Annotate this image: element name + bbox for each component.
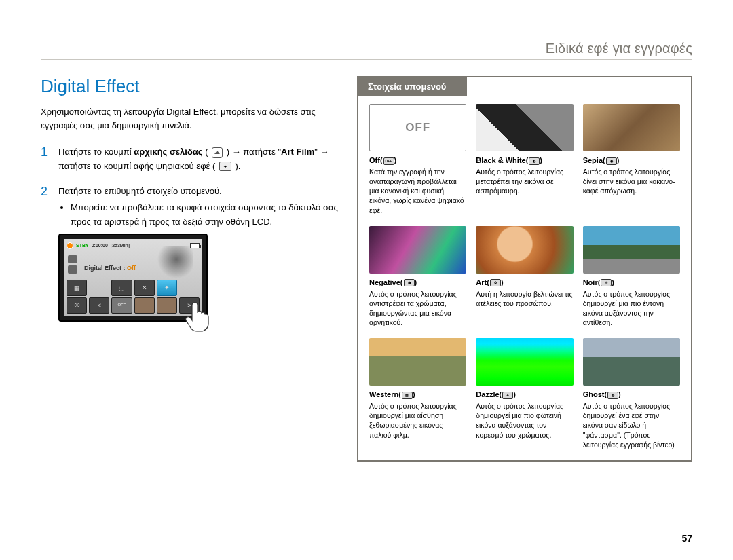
effect-dazzle-desc: Αυτός ο τρόπος λειτουργίας δημιουργεί μι… bbox=[476, 401, 573, 440]
effect-ghost: Ghost(◍) Αυτός ο τρόπος λειτουργίας δημι… bbox=[583, 338, 680, 449]
effect-dazzle: Dazzle(✦) Αυτός ο τρόπος λειτουργίας δημ… bbox=[476, 338, 573, 449]
effect-bw: Black & White(◐) Αυτός ο τρόπος λειτουργ… bbox=[476, 104, 573, 215]
effect-noir-title: Noir bbox=[583, 278, 598, 286]
effect-noir: Noir(◎) Αυτός ο τρόπος λειτουργίας δημιο… bbox=[583, 226, 680, 328]
lcd-stby: STBY bbox=[76, 242, 89, 249]
effect-art-title: Art bbox=[476, 278, 487, 286]
effect-sepia: Sepia(◉) Αυτός ο τρόπος λειτουργίας δίνε… bbox=[583, 104, 680, 215]
page-header-breadcrumb: Ειδικά εφέ για εγγραφές bbox=[41, 41, 692, 60]
effect-off: OFF Off(OFF) Κατά την εγγραφή ή την αναπ… bbox=[369, 104, 466, 215]
page-number: 57 bbox=[681, 533, 692, 544]
step1-text-g: ). bbox=[233, 161, 241, 171]
step2-text: Πατήστε το επιθυμητό στοιχείο υπομενού. bbox=[58, 186, 222, 196]
lcd-effect-thumb-2[interactable] bbox=[157, 297, 177, 314]
lcd-effect-label: Digital Effect : Off bbox=[84, 263, 136, 273]
step1-text-c: ( bbox=[203, 147, 211, 157]
effect-bw-icon: ◐ bbox=[529, 157, 540, 165]
effect-art-thumb bbox=[476, 226, 573, 274]
effect-dazzle-thumb bbox=[476, 338, 573, 386]
effect-bw-thumb bbox=[476, 104, 573, 151]
lcd-toolbar: ⦿ < OFF > bbox=[67, 297, 200, 314]
lcd-remain: [253Min] bbox=[111, 242, 130, 249]
step-2: 2 Πατήστε το επιθυμητό στοιχείο υπομενού… bbox=[41, 185, 339, 322]
effect-bw-title: Black & White bbox=[476, 156, 525, 164]
lcd-zoom-button[interactable]: ⦿ bbox=[67, 297, 87, 314]
lcd-effect-key: Digital Effect : bbox=[84, 265, 127, 272]
effect-ghost-thumb bbox=[583, 338, 680, 386]
section-title: Digital Effect bbox=[41, 76, 339, 97]
home-icon bbox=[212, 147, 223, 158]
digital-effect-touch-icon: ✦ bbox=[219, 162, 231, 171]
effect-negative: Negative(◑) Αυτός ο τρόπος λειτουργίας α… bbox=[369, 226, 466, 328]
effect-sepia-thumb bbox=[583, 104, 680, 151]
effect-noir-thumb bbox=[583, 226, 680, 274]
effect-dazzle-icon: ✦ bbox=[502, 392, 513, 399]
effect-negative-thumb bbox=[369, 226, 466, 274]
submenu-header: Στοιχεία υπομενού bbox=[358, 77, 467, 96]
lcd-fader-button[interactable]: ⬚ bbox=[111, 280, 132, 296]
effect-noir-desc: Αυτός ο τρόπος λειτουργίας δημιουργεί μι… bbox=[583, 289, 680, 328]
lcd-preview-image bbox=[152, 246, 193, 280]
effect-western: Western(▧) Αυτός ο τρόπος λειτουργίας δη… bbox=[369, 338, 466, 449]
lcd-effect-thumb-1[interactable] bbox=[134, 297, 155, 314]
lcd-artfilm-off-button[interactable]: ✕ bbox=[134, 280, 155, 296]
lcd-preview: STBY 0:00:00 [253Min] Digi bbox=[58, 234, 208, 322]
effect-dazzle-title: Dazzle bbox=[476, 390, 499, 398]
effect-negative-icon: ◑ bbox=[404, 279, 415, 286]
step-number-1: 1 bbox=[41, 145, 52, 174]
step1-text-a: Πατήστε το κουμπί bbox=[58, 147, 134, 157]
left-column: Digital Effect Χρησιμοποιώντας τη λειτου… bbox=[41, 76, 339, 462]
effect-western-title: Western bbox=[369, 390, 398, 398]
step2-bullet: Μπορείτε να προβάλετε τα κρυφά στοιχεία … bbox=[71, 201, 339, 229]
effect-bw-desc: Αυτός ο τρόπος λειτουργίας μετατρέπει τη… bbox=[476, 167, 573, 196]
effect-noir-icon: ◎ bbox=[601, 279, 612, 286]
effect-off-icon: OFF bbox=[383, 157, 394, 165]
step1-text-d: ) → πατήστε " bbox=[224, 147, 281, 157]
effect-western-thumb bbox=[369, 338, 466, 386]
lcd-prev-button[interactable]: < bbox=[89, 297, 109, 314]
effect-off-title: Off bbox=[369, 156, 380, 164]
effect-off-desc: Κατά την εγγραφή ή την αναπαραγωγή προβά… bbox=[369, 167, 466, 215]
effect-off-thumb: OFF bbox=[369, 104, 466, 151]
submenu-panel: Στοιχεία υπομενού OFF Off(OFF) Κατά την … bbox=[357, 76, 692, 462]
effect-art-icon: ✿ bbox=[490, 279, 501, 286]
lcd-menu-button[interactable]: ▦ bbox=[67, 280, 87, 296]
step1-bold-home: αρχικής σελίδας bbox=[134, 147, 202, 157]
lcd-digital-effect-button[interactable]: ✦ bbox=[157, 280, 177, 296]
step1-bold-artfilm: Art Film bbox=[281, 147, 314, 157]
lcd-side-icon-1 bbox=[68, 255, 77, 263]
lcd-side-icon-2 bbox=[68, 265, 77, 274]
touch-hand-icon bbox=[182, 299, 216, 333]
lcd-effect-value: Off bbox=[127, 265, 136, 272]
effect-sepia-desc: Αυτός ο τρόπος λειτουργίας δίνει στην ει… bbox=[583, 167, 680, 196]
section-intro: Χρησιμοποιώντας τη λειτουργία Digital Ef… bbox=[41, 105, 339, 132]
record-indicator-icon bbox=[67, 242, 73, 249]
effect-art: Art(✿) Αυτή η λειτουργία βελτιώνει τις α… bbox=[476, 226, 573, 328]
effect-ghost-title: Ghost bbox=[583, 390, 605, 398]
step-1: 1 Πατήστε το κουμπί αρχικής σελίδας ( ) … bbox=[41, 145, 339, 174]
effect-art-desc: Αυτή η λειτουργία βελτιώνει τις ατέλειες… bbox=[476, 289, 573, 308]
effect-western-desc: Αυτός ο τρόπος λειτουργίας δημιουργεί μι… bbox=[369, 401, 466, 440]
effect-western-icon: ▧ bbox=[402, 392, 413, 399]
effect-negative-title: Negative bbox=[369, 278, 400, 286]
step-number-2: 2 bbox=[41, 185, 52, 322]
effect-sepia-icon: ◉ bbox=[606, 157, 617, 165]
effect-negative-desc: Αυτός ο τρόπος λειτουργίας αντιστρέφει τ… bbox=[369, 289, 466, 328]
lcd-time: 0:00:00 bbox=[92, 242, 108, 249]
effect-sepia-title: Sepia bbox=[583, 156, 603, 164]
lcd-off-button[interactable]: OFF bbox=[111, 297, 132, 314]
effect-ghost-icon: ◍ bbox=[607, 392, 618, 399]
effect-ghost-desc: Αυτός ο τρόπος λειτουργίας δημιουργεί έν… bbox=[583, 401, 680, 449]
